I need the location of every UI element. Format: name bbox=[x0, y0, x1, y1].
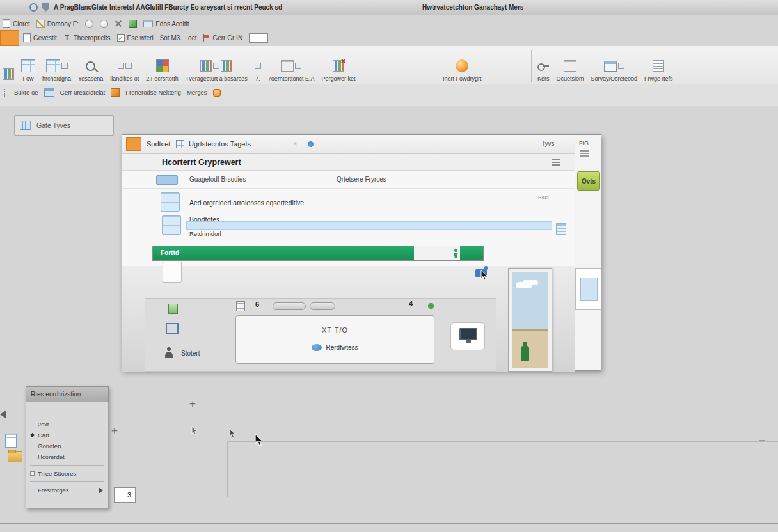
context-menu-header[interactable]: Rtes eorrbrizstion bbox=[26, 386, 109, 402]
option-text[interactable]: Aed orgrcloed arrolenscs eqserteditive bbox=[189, 199, 304, 207]
menu-item-gorioten[interactable]: Gorioten bbox=[26, 441, 108, 451]
menu-item-cart[interactable]: Cart bbox=[26, 430, 108, 441]
ribbon-separator bbox=[531, 50, 532, 82]
ribbon-label: Frwge Itefs bbox=[644, 75, 673, 82]
redo-icon bbox=[100, 20, 108, 28]
item-subtitle[interactable]: Retdrirridorl bbox=[189, 230, 221, 237]
merges-label[interactable]: Merges bbox=[187, 89, 207, 96]
ribbon-insert-button[interactable]: Inert Fowdrygrt bbox=[441, 58, 483, 82]
cut-button[interactable] bbox=[115, 20, 122, 27]
ribbon-label: 7. bbox=[255, 75, 260, 82]
window-title: A PragBlancGlate Interetsl AAGIulill FBu… bbox=[54, 4, 282, 11]
ribbon-sheets-button[interactable]: ilandikes ot bbox=[109, 58, 140, 82]
menu-item-trree-sttoores[interactable]: Trree Sttoores bbox=[26, 468, 108, 479]
dialog-tab-2[interactable]: Ugrtstecntos Tagets bbox=[189, 140, 251, 148]
toolbar-input[interactable] bbox=[249, 33, 268, 43]
ese-checkbox[interactable]: Ese wterl bbox=[117, 34, 154, 42]
ribbon-fow-button[interactable]: Fow bbox=[20, 58, 36, 82]
oct-button[interactable]: oct bbox=[188, 35, 196, 42]
shield-icon bbox=[42, 3, 49, 12]
ribbon-label: Fow bbox=[22, 75, 33, 82]
dialog-tab-1[interactable]: Sodtcet bbox=[147, 140, 170, 148]
folder-icon[interactable] bbox=[8, 451, 22, 462]
media-card[interactable] bbox=[575, 268, 601, 310]
plus-cursor-icon: + bbox=[111, 426, 118, 436]
ribbon-sorvay-button[interactable]: Sorvay/Ocreteood bbox=[590, 58, 639, 82]
redo-button[interactable] bbox=[100, 20, 108, 28]
ribbon-pergower-button[interactable]: Pergower ket bbox=[320, 58, 356, 82]
ribbon-charts-button[interactable]: Tveragecturt a basarces bbox=[184, 58, 249, 82]
gerr-label[interactable]: Gerr ureacidtelat bbox=[60, 89, 106, 96]
capsule-button[interactable] bbox=[273, 302, 306, 310]
capsule-button[interactable] bbox=[310, 302, 335, 310]
type-icon bbox=[63, 34, 71, 42]
dot-icon bbox=[255, 63, 261, 69]
menu-item-frestrorges[interactable]: Frestrorges bbox=[26, 485, 108, 496]
item-thumbnail-icon[interactable] bbox=[162, 215, 181, 235]
monitor-stand-icon bbox=[466, 340, 471, 343]
document-blue-icon[interactable] bbox=[5, 434, 17, 448]
refresh-icon[interactable] bbox=[29, 3, 38, 12]
ribbon-group-main: Fow hrchatdgna Yesasena ilandikes ot 2.F… bbox=[1, 58, 356, 82]
ribbon-frwge-button[interactable]: Frwge Itefs bbox=[643, 58, 674, 82]
mini-chart-icon bbox=[213, 63, 219, 69]
bukte-label[interactable]: Bukte oe bbox=[14, 89, 38, 96]
monitor-card[interactable] bbox=[450, 322, 485, 350]
type-button[interactable]: Theeropricits bbox=[63, 34, 111, 42]
button-label: Gerr Gr IN bbox=[212, 35, 242, 42]
context-menu-body: 2cxt Cart Gorioten Hcorerdet Trree Sttoo… bbox=[26, 402, 109, 508]
ribbon-tools-button[interactable]: 7oerntorttonct E.A bbox=[267, 58, 316, 82]
insert-object-button[interactable] bbox=[129, 20, 137, 28]
mini-window-icon bbox=[618, 63, 624, 69]
arrow-left-icon bbox=[0, 411, 6, 418]
menu-item-hcorerdet[interactable]: Hcorerdet bbox=[26, 451, 108, 462]
dialog-header: Sodtcet Ugrtstecntos Tagets 4 Tyvs bbox=[122, 135, 575, 154]
ribbon-pivot-button[interactable]: hrchatdgna bbox=[41, 58, 72, 82]
ovts-button[interactable]: Ovts bbox=[577, 171, 600, 191]
orange-dot-icon bbox=[213, 89, 221, 97]
window-icon bbox=[604, 61, 617, 72]
undo-button[interactable] bbox=[85, 20, 93, 28]
pencil-icon bbox=[36, 20, 45, 28]
scrollbar-stripes-icon[interactable] bbox=[556, 223, 566, 235]
ribbon-ocuetsiom-button[interactable]: Ocuetsiom bbox=[555, 58, 585, 82]
selected-row-highlight[interactable] bbox=[186, 221, 552, 230]
mouse-cursor-icon bbox=[255, 434, 265, 447]
button-label: Theeropricits bbox=[74, 35, 111, 42]
palette-icon bbox=[156, 59, 169, 72]
ribbon-label: hrchatdgna bbox=[42, 75, 71, 82]
title-bar: A PragBlancGlate Interetsl AAGIulill FBu… bbox=[0, 0, 778, 15]
ribbon-format-button[interactable]: 2.Fecrsrtotth bbox=[145, 58, 180, 82]
frenerodse-label[interactable]: Frenerodse Nekterig bbox=[125, 89, 181, 96]
ribbon-label: 2.Fecrsrtotth bbox=[146, 75, 179, 82]
edos-button[interactable]: Edos Acoltit bbox=[143, 20, 189, 27]
section-title: Hcorterrt Gryprewert bbox=[162, 158, 241, 167]
gate-tyves-button[interactable]: Gate Tyves bbox=[14, 115, 114, 136]
person-caption: Stotert bbox=[181, 350, 200, 357]
ribbon-search-button[interactable]: Yesasena bbox=[77, 58, 104, 82]
document-button[interactable]: Cloret bbox=[3, 19, 30, 28]
gevestit-button[interactable]: Gevestit bbox=[23, 33, 57, 42]
list-icon bbox=[653, 60, 664, 72]
bar-chart-icon bbox=[221, 60, 232, 72]
ovts-label: Ovts bbox=[582, 178, 596, 185]
menu-item-2cxt[interactable]: 2cxt bbox=[26, 419, 108, 430]
spin-input[interactable] bbox=[114, 487, 136, 503]
person-icon bbox=[164, 347, 173, 358]
ribbon-kers-button[interactable]: Kers bbox=[536, 58, 551, 82]
button-label: Cloret bbox=[13, 20, 30, 27]
column-left-label: Guagefodf Brsodies bbox=[189, 176, 246, 183]
sot-button[interactable]: Sot M3. bbox=[160, 35, 182, 42]
frame-icon[interactable] bbox=[166, 323, 179, 334]
status-dot-icon bbox=[308, 141, 314, 147]
ribbon-dot-button[interactable]: 7. bbox=[253, 58, 262, 82]
menu-lines-icon[interactable] bbox=[552, 159, 560, 166]
scissors-icon bbox=[115, 20, 122, 27]
edit-button[interactable]: Damooy E: bbox=[36, 20, 79, 28]
ribbon-chart-button[interactable] bbox=[1, 66, 15, 82]
option-thumbnail-icon[interactable] bbox=[161, 192, 180, 212]
guide-line bbox=[227, 441, 778, 442]
ribbon-group-insert: Inert Fowdrygrt bbox=[441, 58, 483, 82]
ribbon-label: 7oerntorttonct E.A bbox=[268, 75, 315, 82]
gerr-button[interactable]: Gerr Gr IN bbox=[203, 34, 242, 42]
